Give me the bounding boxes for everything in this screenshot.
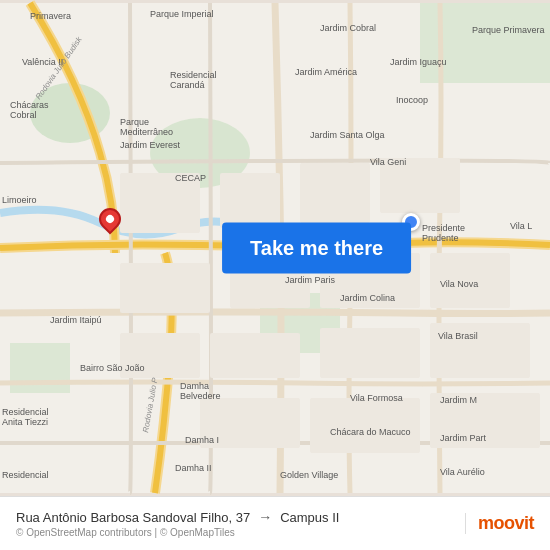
svg-text:Jardim Part: Jardim Part: [440, 433, 487, 443]
svg-text:Belvedere: Belvedere: [180, 391, 221, 401]
svg-text:Damha I: Damha I: [185, 435, 219, 445]
app: Primavera Parque Imperial Jardim Cobral …: [0, 0, 550, 550]
map-attribution: © OpenStreetMap contributors | © OpenMap…: [16, 527, 465, 538]
svg-text:Vila Brasil: Vila Brasil: [438, 331, 478, 341]
svg-rect-10: [120, 263, 210, 313]
svg-text:Inocoop: Inocoop: [396, 95, 428, 105]
svg-text:Mediterrâneo: Mediterrâneo: [120, 127, 173, 137]
route-details: Rua Antônio Barbosa Sandoval Filho, 37 →…: [16, 509, 465, 525]
svg-text:Anita Tiezzi: Anita Tiezzi: [2, 417, 48, 427]
svg-text:Jardim Colina: Jardim Colina: [340, 293, 395, 303]
svg-text:Primavera: Primavera: [30, 11, 71, 21]
svg-text:Chácara do Macuco: Chácara do Macuco: [330, 427, 411, 437]
svg-text:Jardim América: Jardim América: [295, 67, 357, 77]
svg-rect-8: [300, 163, 370, 223]
svg-text:Jardim M: Jardim M: [440, 395, 477, 405]
svg-text:Jardim Iguaçu: Jardim Iguaçu: [390, 57, 447, 67]
svg-text:Jardim Paris: Jardim Paris: [285, 275, 336, 285]
svg-text:Chácaras: Chácaras: [10, 100, 49, 110]
destination-label: Campus II: [280, 510, 339, 525]
svg-text:Jardim Everest: Jardim Everest: [120, 140, 181, 150]
footer-bar: Rua Antônio Barbosa Sandoval Filho, 37 →…: [0, 496, 550, 550]
svg-rect-5: [10, 343, 70, 393]
moovit-logo: moovit: [465, 513, 534, 534]
svg-rect-7: [220, 173, 280, 228]
svg-text:CECAP: CECAP: [175, 173, 206, 183]
svg-text:Parque: Parque: [120, 117, 149, 127]
svg-text:Jardim Santa Olga: Jardim Santa Olga: [310, 130, 385, 140]
svg-text:Parque Imperial: Parque Imperial: [150, 9, 214, 19]
svg-text:Damha: Damha: [180, 381, 209, 391]
svg-text:Presidente: Presidente: [422, 223, 465, 233]
svg-text:Vila Aurélio: Vila Aurélio: [440, 467, 485, 477]
svg-text:Vila L: Vila L: [510, 221, 532, 231]
route-arrow-icon: →: [258, 509, 272, 525]
svg-text:Residencial: Residencial: [2, 407, 49, 417]
origin-label: Rua Antônio Barbosa Sandoval Filho, 37: [16, 510, 250, 525]
map-container: Primavera Parque Imperial Jardim Cobral …: [0, 0, 550, 496]
svg-rect-16: [320, 328, 420, 378]
svg-text:Residencial: Residencial: [170, 70, 217, 80]
svg-rect-15: [210, 333, 300, 378]
svg-text:Golden Village: Golden Village: [280, 470, 338, 480]
take-me-there-button[interactable]: Take me there: [222, 223, 411, 274]
svg-text:Parque Primavera: Parque Primavera: [472, 25, 545, 35]
svg-text:Prudente: Prudente: [422, 233, 459, 243]
svg-text:Vila Geni: Vila Geni: [370, 157, 406, 167]
svg-text:Vila Nova: Vila Nova: [440, 279, 478, 289]
svg-text:Bairro São João: Bairro São João: [80, 363, 145, 373]
svg-text:Damha II: Damha II: [175, 463, 212, 473]
svg-text:Vila Formosa: Vila Formosa: [350, 393, 403, 403]
svg-rect-19: [310, 398, 420, 453]
svg-text:Carandá: Carandá: [170, 80, 205, 90]
origin-marker: [99, 208, 121, 230]
svg-text:Residencial: Residencial: [2, 470, 49, 480]
svg-text:Jardim Itaipú: Jardim Itaipú: [50, 315, 102, 325]
footer-route-info: Rua Antônio Barbosa Sandoval Filho, 37 →…: [16, 509, 465, 538]
svg-text:Jardim Cobral: Jardim Cobral: [320, 23, 376, 33]
svg-text:Limoeiro: Limoeiro: [2, 195, 37, 205]
moovit-brand-text: moovit: [478, 513, 534, 534]
svg-text:Cobral: Cobral: [10, 110, 37, 120]
